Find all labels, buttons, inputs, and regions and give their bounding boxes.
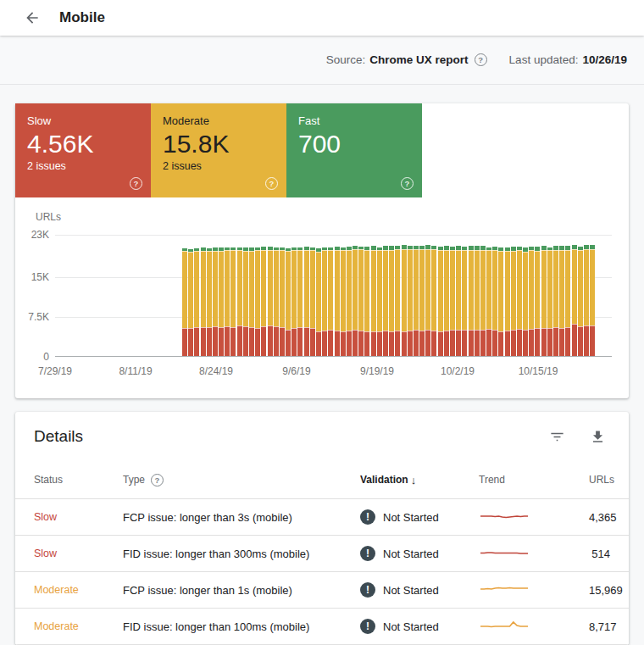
- summary-tile-slow[interactable]: Slow 4.56K 2 issues ?: [15, 103, 151, 197]
- chart-bar[interactable]: [225, 247, 230, 356]
- chart-bar[interactable]: [268, 247, 273, 356]
- chart-bar[interactable]: [230, 247, 236, 356]
- chart-bar[interactable]: [364, 247, 369, 356]
- chart-bar[interactable]: [213, 247, 218, 356]
- column-header-trend[interactable]: Trend: [479, 474, 589, 486]
- chart-bar[interactable]: [310, 247, 315, 356]
- bar-segment-slow: [237, 325, 242, 356]
- chart-bar[interactable]: [395, 246, 400, 356]
- help-icon[interactable]: ?: [265, 177, 278, 190]
- bar-segment-slow: [505, 331, 510, 356]
- chart-bar[interactable]: [523, 247, 528, 356]
- help-icon[interactable]: ?: [475, 53, 487, 66]
- chart-bar[interactable]: [438, 247, 443, 356]
- bar-segment-slow: [341, 331, 346, 356]
- chart-bar[interactable]: [547, 247, 552, 356]
- chart-bar[interactable]: [182, 248, 187, 356]
- chart-bar[interactable]: [291, 247, 297, 356]
- chart-bar[interactable]: [389, 246, 394, 356]
- chart-bar[interactable]: [456, 246, 461, 356]
- chart-bar[interactable]: [486, 247, 491, 356]
- chart-bar[interactable]: [335, 247, 340, 356]
- chart-bar[interactable]: [383, 246, 388, 356]
- chart-bar[interactable]: [572, 245, 577, 356]
- chart-bar[interactable]: [328, 247, 333, 356]
- summary-tile-moderate[interactable]: Moderate 15.8K 2 issues ?: [151, 103, 286, 197]
- chart-bar[interactable]: [297, 247, 303, 356]
- filter-button[interactable]: [547, 427, 566, 446]
- bar-segment-moderate: [316, 252, 321, 331]
- chart-bar[interactable]: [511, 247, 516, 356]
- help-icon[interactable]: ?: [130, 177, 142, 190]
- chart-bar[interactable]: [425, 245, 430, 356]
- back-button[interactable]: [22, 8, 42, 28]
- chart-bar[interactable]: [414, 246, 419, 356]
- chart-bar[interactable]: [565, 246, 570, 356]
- chart-bar[interactable]: [578, 247, 583, 356]
- chart-bar[interactable]: [347, 247, 352, 356]
- chart-bar[interactable]: [188, 249, 193, 356]
- help-icon[interactable]: ?: [401, 177, 414, 190]
- chart-bar[interactable]: [498, 247, 503, 356]
- chart-bar[interactable]: [207, 248, 212, 356]
- help-icon[interactable]: ?: [151, 474, 164, 487]
- chart-bar[interactable]: [358, 247, 364, 356]
- chart-bar[interactable]: [450, 247, 455, 356]
- table-row[interactable]: SlowFCP issue: longer than 3s (mobile)!N…: [15, 499, 629, 536]
- table-row[interactable]: ModerateFCP issue: longer than 1s (mobil…: [15, 572, 629, 609]
- chart-bar[interactable]: [475, 246, 480, 356]
- validation-status-text: Not Started: [383, 511, 439, 524]
- chart-bar[interactable]: [194, 248, 199, 356]
- chart-bar[interactable]: [274, 247, 279, 356]
- chart-bar[interactable]: [261, 247, 266, 356]
- chart-bar[interactable]: [304, 247, 309, 356]
- table-row[interactable]: ModerateFID issue: longer than 100ms (mo…: [15, 609, 629, 645]
- chart-bar[interactable]: [286, 248, 291, 356]
- chart-bar[interactable]: [492, 247, 497, 356]
- chart-bar[interactable]: [316, 248, 321, 356]
- chart-bar[interactable]: [529, 247, 534, 356]
- chart-bar[interactable]: [341, 247, 346, 356]
- chart-bar[interactable]: [201, 247, 206, 356]
- download-button[interactable]: [588, 427, 607, 446]
- chart-bar[interactable]: [559, 246, 564, 356]
- chart-bar[interactable]: [237, 247, 242, 356]
- chart-bar[interactable]: [243, 247, 248, 356]
- chart-bar[interactable]: [431, 246, 436, 356]
- chart-bar[interactable]: [377, 247, 382, 356]
- chart-bar[interactable]: [402, 245, 407, 356]
- chart-bar[interactable]: [462, 247, 467, 356]
- chart-bar[interactable]: [535, 247, 540, 356]
- table-row[interactable]: SlowFID issue: longer than 300ms (mobile…: [15, 536, 629, 572]
- bar-segment-moderate: [547, 250, 552, 328]
- chart-bar[interactable]: [353, 246, 358, 356]
- chart-bar[interactable]: [590, 245, 595, 356]
- chart-bar[interactable]: [371, 246, 376, 356]
- chart-bar[interactable]: [505, 247, 510, 356]
- column-header-validation[interactable]: Validation ↓: [360, 474, 479, 487]
- chart-bar[interactable]: [584, 245, 589, 356]
- row-type: FID issue: longer than 300ms (mobile): [123, 548, 360, 560]
- chart-bar[interactable]: [322, 247, 327, 356]
- bar-segment-moderate: [475, 250, 480, 331]
- chart-bar[interactable]: [517, 247, 522, 356]
- chart-bar[interactable]: [553, 246, 558, 356]
- column-header-type[interactable]: Type ?: [123, 474, 360, 487]
- chart-bar[interactable]: [444, 246, 449, 356]
- column-header-status[interactable]: Status: [34, 474, 123, 486]
- chart-bar[interactable]: [219, 247, 224, 356]
- column-header-urls[interactable]: URLs: [589, 474, 614, 486]
- bar-segment-moderate: [237, 250, 242, 325]
- chart-bar[interactable]: [541, 246, 547, 356]
- chart-bar[interactable]: [480, 246, 486, 356]
- chart-bar[interactable]: [280, 247, 285, 356]
- chart-bar[interactable]: [419, 246, 425, 356]
- tile-issues: 2 issues: [163, 160, 275, 173]
- details-header: Details: [15, 412, 629, 461]
- chart-bar[interactable]: [469, 246, 474, 356]
- chart-bar[interactable]: [255, 247, 260, 356]
- chart-bar[interactable]: [249, 247, 254, 356]
- chart-bar[interactable]: [408, 246, 413, 356]
- x-tick-label: 9/6/19: [282, 365, 310, 377]
- summary-tile-fast[interactable]: Fast 700 ?: [286, 103, 422, 197]
